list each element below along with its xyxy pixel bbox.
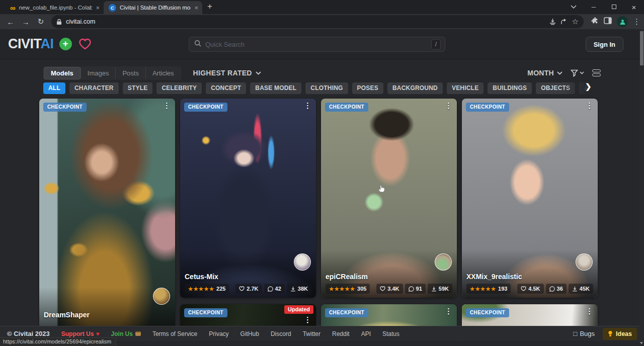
search-input[interactable] bbox=[205, 41, 427, 48]
missing-glyph-icon: □ bbox=[574, 330, 578, 337]
bookmark-star-icon[interactable]: ☆ bbox=[572, 17, 579, 26]
chip-character[interactable]: CHARACTER bbox=[69, 82, 119, 94]
card-menu-icon[interactable]: ⋮ bbox=[445, 307, 452, 316]
create-plus-button[interactable]: + bbox=[59, 38, 72, 50]
tab-close-icon[interactable]: × bbox=[96, 5, 100, 11]
footer-link-support-us[interactable]: Support Us♥ bbox=[61, 330, 100, 337]
civitai-page: CIVITAI + / Sign In Models Images Posts … bbox=[0, 29, 644, 346]
page-scrollbar[interactable] bbox=[639, 29, 644, 346]
chip-clothing[interactable]: CLOTHING bbox=[305, 82, 348, 94]
downloads-pill: 45K bbox=[569, 284, 593, 294]
forward-icon[interactable]: → bbox=[19, 18, 32, 26]
browser-profile-avatar[interactable] bbox=[617, 16, 628, 27]
browser-titlebar: ∞ new_colab_file.ipynb - Colaborat × C C… bbox=[0, 0, 644, 14]
footer-link-terms[interactable]: Terms of Service bbox=[152, 330, 197, 337]
model-card-cetus-mix[interactable]: CHECKPOINT ⋮ Cetus-Mix ★★★★★225 2.7K 42 … bbox=[180, 99, 316, 298]
period-dropdown[interactable]: MONTH bbox=[527, 69, 562, 77]
browser-tab-civitai[interactable]: C Civitai | Stable Diffusion models, × bbox=[104, 1, 202, 14]
footer-link-discord[interactable]: Discord bbox=[271, 330, 291, 337]
footer-link-github[interactable]: GitHub bbox=[240, 330, 259, 337]
download-icon bbox=[290, 286, 296, 292]
chip-background[interactable]: BACKGROUND bbox=[387, 82, 443, 94]
favorites-heart-icon[interactable] bbox=[78, 38, 92, 50]
tab-posts[interactable]: Posts bbox=[115, 67, 145, 79]
creator-avatar[interactable] bbox=[435, 253, 452, 271]
tab-articles[interactable]: Articles bbox=[145, 67, 181, 79]
creator-avatar[interactable] bbox=[153, 288, 170, 305]
share-icon[interactable] bbox=[560, 18, 568, 25]
chip-style[interactable]: STYLE bbox=[123, 82, 153, 94]
footer-link-privacy[interactable]: Privacy bbox=[209, 330, 228, 337]
chip-vehicle[interactable]: VEHICLE bbox=[447, 82, 484, 94]
download-page-icon[interactable] bbox=[549, 18, 556, 25]
sort-dropdown[interactable]: HIGHEST RATED bbox=[193, 69, 261, 77]
window-maximize-button[interactable] bbox=[604, 4, 624, 11]
tab-images[interactable]: Images bbox=[80, 67, 116, 79]
chip-base-model[interactable]: BASE MODEL bbox=[250, 82, 301, 94]
card-menu-icon[interactable]: ⋮ bbox=[445, 101, 452, 110]
window-minimize-button[interactable]: ─ bbox=[584, 4, 604, 11]
chip-concept[interactable]: CONCEPT bbox=[206, 82, 246, 94]
bugs-link[interactable]: □Bugs bbox=[574, 330, 595, 337]
model-title: epiCRealism bbox=[326, 273, 452, 281]
reload-icon[interactable]: ↻ bbox=[34, 17, 47, 26]
comments-pill: 42 bbox=[264, 284, 285, 294]
chip-all[interactable]: ALL bbox=[43, 82, 65, 94]
download-icon bbox=[431, 286, 437, 292]
heart-icon: ♥ bbox=[96, 330, 99, 337]
card-size-toggle-icon[interactable] bbox=[592, 69, 601, 76]
briefcase-icon bbox=[135, 331, 141, 336]
browser-tab-colab[interactable]: ∞ new_colab_file.ipynb - Colaborat × bbox=[5, 1, 104, 14]
address-bar[interactable]: civitai.com ☆ bbox=[51, 15, 584, 28]
new-tab-button[interactable]: + bbox=[207, 2, 212, 12]
chip-celebrity[interactable]: CELEBRITY bbox=[156, 82, 202, 94]
comment-icon bbox=[409, 286, 414, 292]
side-panel-icon[interactable] bbox=[604, 17, 612, 26]
downloads-pill: 59K bbox=[428, 284, 452, 294]
footer-link-status[interactable]: Status bbox=[382, 330, 399, 337]
grid-column: CHECKPOINT ⋮ epiCRealism ★★★★★305 3.4K 9… bbox=[321, 99, 457, 339]
model-card-dreamshaper[interactable]: CHECKPOINT ⋮ DreamShaper bbox=[39, 99, 175, 335]
sign-in-button[interactable]: Sign In bbox=[586, 37, 623, 52]
footer-link-api[interactable]: API bbox=[361, 330, 371, 337]
ideas-button[interactable]: Ideas bbox=[603, 328, 637, 340]
card-menu-icon[interactable]: ⋮ bbox=[163, 101, 171, 110]
chip-buildings[interactable]: BUILDINGS bbox=[488, 82, 532, 94]
footer-link-twitter[interactable]: Twitter bbox=[303, 330, 320, 337]
chip-poses[interactable]: POSES bbox=[352, 82, 383, 94]
likes-pill: 2.7K bbox=[235, 284, 262, 294]
card-menu-icon[interactable]: ⋮ bbox=[304, 315, 311, 324]
card-menu-icon[interactable]: ⋮ bbox=[586, 101, 593, 110]
model-card-xxmix9realistic[interactable]: CHECKPOINT ⋮ XXMix_9realistic ★★★★★193 4… bbox=[462, 99, 598, 298]
footer-link-join-us[interactable]: Join Us bbox=[111, 330, 141, 337]
civitai-favicon-icon: C bbox=[109, 4, 116, 12]
card-menu-icon[interactable]: ⋮ bbox=[586, 307, 593, 316]
window-close-button[interactable]: × bbox=[624, 3, 644, 12]
quick-search-box[interactable]: / bbox=[189, 37, 445, 52]
model-card-epicrealism[interactable]: CHECKPOINT ⋮ epiCRealism ★★★★★305 3.4K 9… bbox=[321, 99, 457, 298]
tab-title: Civitai | Stable Diffusion models, bbox=[120, 5, 191, 11]
tab-search-icon[interactable] bbox=[564, 4, 584, 11]
creator-avatar[interactable] bbox=[294, 253, 311, 271]
creator-avatar[interactable] bbox=[576, 253, 593, 271]
browser-toolbar: ← → ↻ civitai.com ☆ ⋮ bbox=[0, 14, 644, 29]
scrollbar-down-arrow-icon[interactable] bbox=[640, 342, 643, 344]
colab-favicon-icon: ∞ bbox=[10, 4, 16, 12]
tab-models[interactable]: Models bbox=[44, 67, 80, 79]
checkpoint-badge: CHECKPOINT bbox=[325, 308, 368, 317]
chips-overflow-fade bbox=[564, 81, 601, 95]
card-menu-icon[interactable]: ⋮ bbox=[304, 101, 311, 110]
back-icon[interactable]: ← bbox=[4, 18, 17, 26]
chips-scroll-right-icon[interactable]: ❯ bbox=[585, 82, 592, 91]
browser-menu-icon[interactable]: ⋮ bbox=[633, 17, 640, 26]
model-title: Cetus-Mix bbox=[185, 273, 311, 281]
footer-link-reddit[interactable]: Reddit bbox=[332, 330, 350, 337]
filter-dropdown[interactable] bbox=[571, 69, 584, 77]
checkpoint-badge: CHECKPOINT bbox=[43, 103, 87, 112]
extensions-puzzle-icon[interactable] bbox=[591, 17, 599, 27]
checkpoint-badge: CHECKPOINT bbox=[325, 103, 368, 112]
tab-close-icon[interactable]: × bbox=[194, 5, 198, 11]
civitai-logo[interactable]: CIVITAI bbox=[8, 36, 54, 52]
checkpoint-badge: CHECKPOINT bbox=[184, 308, 227, 317]
scrollbar-thumb[interactable] bbox=[640, 31, 643, 65]
